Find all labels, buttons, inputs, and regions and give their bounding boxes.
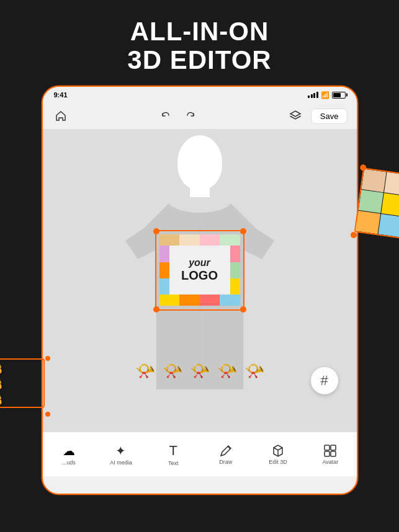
text-icon: T	[169, 443, 177, 459]
clouds-label: ...uds	[62, 459, 76, 466]
wifi-icon: 📶	[321, 91, 330, 99]
bottom-nav: ☁ ...uds ✦ AI media T Text Draw	[43, 432, 357, 476]
nav-item-ai-media[interactable]: ✦ AI media	[95, 432, 147, 476]
svg-rect-3	[331, 451, 336, 456]
draw-icon	[219, 444, 233, 458]
svg-rect-1	[331, 445, 336, 450]
grid-button[interactable]: #	[311, 367, 338, 394]
shirt-bottom-pattern: 📯 📯 📯 📯 📯	[132, 354, 268, 388]
layers-button[interactable]	[286, 107, 305, 125]
page-title: ALL-IN-ON 3D EDITOR	[0, 17, 399, 74]
shirt-text-line1: your	[189, 257, 210, 268]
save-button[interactable]: Save	[311, 109, 348, 124]
nav-item-edit3d[interactable]: Edit 3D	[252, 432, 304, 476]
home-button[interactable]	[52, 107, 70, 125]
nav-item-clouds[interactable]: ☁ ...uds	[43, 432, 95, 476]
nav-item-avatar[interactable]: Avatar	[304, 432, 356, 476]
avatar-neck	[190, 185, 210, 197]
text-label: Text	[168, 460, 179, 466]
edit3d-label: Edit 3D	[269, 459, 287, 465]
status-bar: 9:41 📶	[43, 87, 357, 103]
canvas-area[interactable]: your LOGO 📯 📯 📯 📯	[43, 129, 357, 432]
avatar-label: Avatar	[322, 459, 338, 465]
device-frame: 9:41 📶	[42, 86, 358, 495]
shirt-logo-area: your LOGO	[159, 234, 240, 306]
avatar-head	[177, 135, 222, 190]
shirt-text-line2: LOGO	[181, 268, 218, 283]
edit3d-icon	[271, 444, 285, 458]
status-time: 9:41	[54, 91, 68, 99]
clouds-icon: ☁	[63, 443, 75, 458]
draw-label: Draw	[219, 459, 232, 465]
svg-rect-0	[325, 445, 330, 450]
toolbar: Save	[43, 103, 357, 129]
nav-item-text[interactable]: T Text	[147, 432, 199, 476]
ai-media-label: AI media	[110, 459, 132, 466]
undo-button[interactable]	[156, 107, 175, 125]
deco-left-pattern: 🔱 🔱 🔱	[0, 358, 48, 414]
ai-media-icon: ✦	[115, 443, 126, 458]
nav-item-draw[interactable]: Draw	[199, 432, 251, 476]
redo-button[interactable]	[181, 107, 200, 125]
deco-right-pattern	[358, 172, 400, 241]
avatar-icon	[323, 444, 337, 458]
svg-rect-2	[325, 451, 330, 456]
